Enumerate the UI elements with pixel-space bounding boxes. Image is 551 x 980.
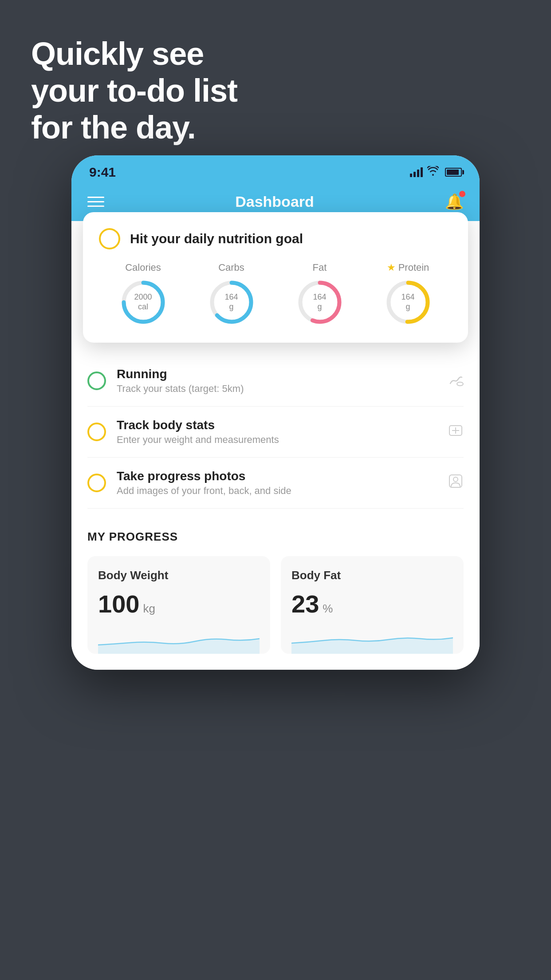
running-icon — [448, 371, 464, 391]
todo-subtitle-body-stats: Enter your weight and measurements — [117, 434, 437, 446]
body-weight-card[interactable]: Body Weight 100 kg — [87, 556, 270, 654]
body-weight-unit: kg — [143, 602, 155, 616]
fat-label: Fat — [313, 262, 327, 273]
battery-icon — [445, 168, 462, 177]
scale-icon — [448, 422, 464, 442]
body-fat-value: 23 % — [291, 589, 453, 618]
body-fat-title: Body Fat — [291, 569, 453, 582]
calories-item: Calories 2000 cal — [119, 262, 168, 327]
carbs-donut: 164 g — [207, 278, 256, 327]
fat-number: 164 — [313, 292, 326, 302]
hero-line1: Quickly see — [31, 36, 237, 72]
protein-donut: 164 g — [384, 278, 433, 327]
body-fat-chart — [291, 627, 453, 654]
protein-number: 164 — [401, 292, 414, 302]
phone-frame: 9:41 — [71, 155, 480, 670]
todo-list: Running Track your stats (target: 5km) T… — [71, 356, 480, 509]
nutrition-goal-checkbox[interactable] — [99, 228, 120, 249]
nutrition-card-title: Hit your daily nutrition goal — [130, 231, 303, 246]
todo-subtitle-running: Track your stats (target: 5km) — [117, 383, 437, 395]
protein-label: ★ Protein — [387, 262, 429, 273]
fat-item: Fat 164 g — [295, 262, 344, 327]
body-weight-chart — [98, 627, 260, 654]
content-area: THINGS TO DO TODAY Hit your daily nutrit… — [71, 221, 480, 670]
body-weight-value: 100 kg — [98, 589, 260, 618]
calories-value: 2000 cal — [134, 292, 152, 312]
hero-line3: for the day. — [31, 109, 237, 146]
progress-section-title: MY PROGRESS — [87, 530, 464, 544]
signal-icon — [410, 167, 423, 177]
carbs-value: 164 g — [224, 292, 238, 312]
calories-label: Calories — [125, 262, 161, 273]
protein-star-icon: ★ — [387, 262, 396, 273]
status-bar: 9:41 — [71, 155, 480, 186]
carbs-number: 164 — [224, 292, 238, 302]
wifi-icon — [427, 166, 439, 178]
fat-donut: 164 g — [295, 278, 344, 327]
notification-bell-icon[interactable]: 🔔 — [445, 193, 464, 210]
calories-donut: 2000 cal — [119, 278, 168, 327]
my-progress-section: MY PROGRESS Body Weight 100 kg — [71, 509, 480, 670]
fat-value: 164 g — [313, 292, 326, 312]
nutrition-card: Hit your daily nutrition goal Calories — [83, 212, 468, 343]
svg-point-13 — [453, 477, 458, 482]
phone-screen: 9:41 — [71, 155, 480, 670]
todo-subtitle-photos: Add images of your front, back, and side — [117, 485, 437, 497]
carbs-label: Carbs — [218, 262, 244, 273]
todo-title-body-stats: Track body stats — [117, 418, 437, 432]
person-icon — [448, 473, 464, 493]
nutrition-stats-row: Calories 2000 cal — [99, 262, 452, 327]
todo-title-photos: Take progress photos — [117, 469, 437, 483]
status-time: 9:41 — [89, 165, 116, 180]
nav-title: Dashboard — [235, 193, 314, 210]
todo-checkbox-photos[interactable] — [87, 474, 106, 492]
todo-item-body-stats[interactable]: Track body stats Enter your weight and m… — [87, 407, 464, 458]
status-icons — [410, 166, 462, 178]
todo-checkbox-body-stats[interactable] — [87, 423, 106, 441]
svg-point-8 — [457, 382, 463, 386]
hamburger-menu[interactable] — [87, 197, 104, 207]
todo-checkbox-running[interactable] — [87, 371, 106, 390]
protein-item: ★ Protein 164 g — [384, 262, 433, 327]
hero-text: Quickly see your to-do list for the day. — [31, 36, 237, 146]
body-fat-unit: % — [323, 602, 333, 616]
notification-dot — [459, 191, 465, 197]
progress-cards-row: Body Weight 100 kg — [87, 556, 464, 654]
calories-number: 2000 — [134, 292, 152, 302]
body-weight-title: Body Weight — [98, 569, 260, 582]
hero-line2: your to-do list — [31, 72, 237, 109]
body-fat-card[interactable]: Body Fat 23 % — [281, 556, 464, 654]
protein-value: 164 g — [401, 292, 414, 312]
todo-title-running: Running — [117, 367, 437, 381]
todo-item-running[interactable]: Running Track your stats (target: 5km) — [87, 356, 464, 407]
todo-item-photos[interactable]: Take progress photos Add images of your … — [87, 458, 464, 509]
carbs-item: Carbs 164 g — [207, 262, 256, 327]
